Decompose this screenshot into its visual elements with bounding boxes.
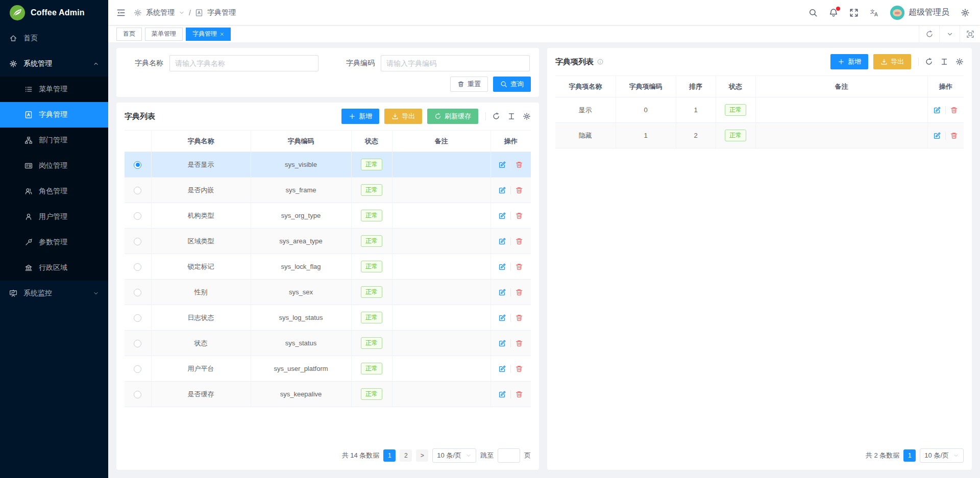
export-button[interactable]: 导出: [873, 54, 911, 69]
delete-icon[interactable]: [510, 339, 527, 347]
radio[interactable]: [134, 187, 141, 194]
notification-bell-icon[interactable]: [829, 8, 838, 17]
table-row[interactable]: 状态 sys_status 正常: [125, 331, 531, 356]
table-row[interactable]: 是否显示 sys_visible 正常: [125, 152, 531, 178]
radio-selected[interactable]: [134, 161, 141, 169]
user-menu[interactable]: 超级管理员: [890, 6, 949, 20]
dict-name-input[interactable]: [169, 55, 318, 71]
table-row[interactable]: 是否缓存 sys_keepalive 正常: [125, 382, 531, 407]
table-row[interactable]: 机构类型 sys_org_type 正常: [125, 203, 531, 229]
table-row[interactable]: 锁定标记 sys_lock_flag 正常: [125, 254, 531, 280]
sidebar-item-param-management[interactable]: 参数管理: [0, 230, 108, 255]
edit-icon[interactable]: [494, 186, 510, 194]
settings-gear-icon[interactable]: [523, 112, 531, 120]
edit-icon[interactable]: [494, 390, 510, 398]
column-height-icon[interactable]: [507, 112, 516, 120]
edit-icon[interactable]: [494, 339, 510, 347]
table-row[interactable]: 用户平台 sys_user_platform 正常: [125, 356, 531, 382]
refresh-cache-button[interactable]: 刷新缓存: [427, 109, 478, 124]
delete-icon[interactable]: [510, 212, 527, 220]
delete-icon[interactable]: [510, 390, 527, 398]
dict-item-title: 字典项列表: [555, 57, 594, 67]
chevron-down-icon[interactable]: [179, 10, 185, 16]
sidebar-item-home[interactable]: 首页: [0, 26, 108, 51]
edit-icon[interactable]: [929, 106, 945, 114]
edit-icon[interactable]: [494, 263, 510, 271]
edit-icon[interactable]: [494, 212, 510, 220]
radio[interactable]: [134, 289, 141, 296]
delete-icon[interactable]: [945, 106, 962, 114]
table-row[interactable]: 区域类型 sys_area_type 正常: [125, 229, 531, 254]
page-size-select[interactable]: 10 条/页: [920, 448, 964, 463]
refresh-icon[interactable]: [492, 112, 500, 120]
edit-icon[interactable]: [494, 365, 510, 373]
sidebar-item-admin-region[interactable]: 行政区域: [0, 255, 108, 281]
maximize-icon[interactable]: [960, 26, 980, 42]
chevron-down-icon[interactable]: [939, 26, 960, 42]
sidebar-item-post-management[interactable]: 岗位管理: [0, 153, 108, 179]
table-row[interactable]: 日志状态 sys_log_status 正常: [125, 305, 531, 331]
refresh-icon[interactable]: [919, 26, 939, 42]
sidebar-item-dict-management[interactable]: 字典管理: [0, 102, 108, 128]
page-size-select[interactable]: 10 条/页: [432, 448, 476, 463]
radio[interactable]: [134, 340, 141, 347]
settings-gear-icon[interactable]: [961, 8, 970, 17]
delete-icon[interactable]: [510, 161, 527, 169]
brand[interactable]: Coffee Admin: [0, 0, 108, 26]
table-row[interactable]: 显示 0 1 正常: [555, 97, 964, 123]
radio[interactable]: [134, 365, 141, 373]
tab-dict-management[interactable]: 字典管理: [186, 28, 231, 41]
fullscreen-icon[interactable]: [849, 8, 859, 17]
search-icon[interactable]: [808, 8, 818, 17]
radio[interactable]: [134, 238, 141, 245]
tab-home[interactable]: 首页: [116, 28, 142, 41]
radio[interactable]: [134, 391, 141, 398]
add-button[interactable]: 新增: [341, 109, 379, 124]
sidebar-item-menu-management[interactable]: 菜单管理: [0, 77, 108, 102]
delete-icon[interactable]: [510, 365, 527, 373]
delete-icon[interactable]: [510, 237, 527, 245]
id-card-icon: [24, 162, 33, 170]
sidebar-item-role-management[interactable]: 角色管理: [0, 179, 108, 204]
edit-icon[interactable]: [494, 161, 510, 169]
radio[interactable]: [134, 212, 141, 220]
breadcrumb-section[interactable]: 系统管理: [146, 8, 175, 17]
reset-button[interactable]: 重置: [450, 77, 488, 92]
tab-menu-management[interactable]: 菜单管理: [145, 28, 183, 41]
jump-page-input[interactable]: [498, 448, 520, 463]
sidebar-item-user-management[interactable]: 用户管理: [0, 204, 108, 230]
edit-icon[interactable]: [494, 288, 510, 296]
refresh-icon[interactable]: [925, 58, 933, 66]
close-icon[interactable]: [220, 32, 224, 36]
sidebar-item-dept-management[interactable]: 部门管理: [0, 128, 108, 153]
column-height-icon[interactable]: [940, 58, 948, 66]
page-button-1[interactable]: 1: [903, 449, 916, 462]
info-icon[interactable]: [597, 58, 604, 65]
page-button-2[interactable]: 2: [400, 449, 412, 462]
translate-icon[interactable]: [870, 8, 879, 17]
table-row[interactable]: 是否内嵌 sys_frame 正常: [125, 178, 531, 203]
delete-icon[interactable]: [510, 314, 527, 322]
add-button[interactable]: 新增: [830, 54, 868, 69]
edit-icon[interactable]: [494, 237, 510, 245]
delete-icon[interactable]: [945, 132, 962, 140]
settings-gear-icon[interactable]: [955, 58, 964, 66]
delete-icon[interactable]: [510, 263, 527, 271]
table-row[interactable]: 性别 sys_sex 正常: [125, 280, 531, 305]
delete-icon[interactable]: [510, 186, 527, 194]
table-row[interactable]: 隐藏 1 2 正常: [555, 123, 964, 148]
radio[interactable]: [134, 314, 141, 322]
edit-icon[interactable]: [494, 314, 510, 322]
dict-code-input[interactable]: [381, 55, 530, 71]
export-button[interactable]: 导出: [384, 109, 422, 124]
delete-icon[interactable]: [510, 288, 527, 296]
edit-icon[interactable]: [929, 132, 945, 140]
radio[interactable]: [134, 263, 141, 271]
query-button[interactable]: 查询: [493, 77, 531, 92]
page-unit: 页: [524, 451, 531, 460]
sidebar-item-system-management[interactable]: 系统管理: [0, 51, 108, 77]
menu-fold-icon[interactable]: [116, 8, 126, 17]
page-button-1[interactable]: 1: [383, 449, 396, 462]
next-page-button[interactable]: >: [416, 449, 428, 462]
sidebar-item-system-monitor[interactable]: 系统监控: [0, 281, 108, 306]
